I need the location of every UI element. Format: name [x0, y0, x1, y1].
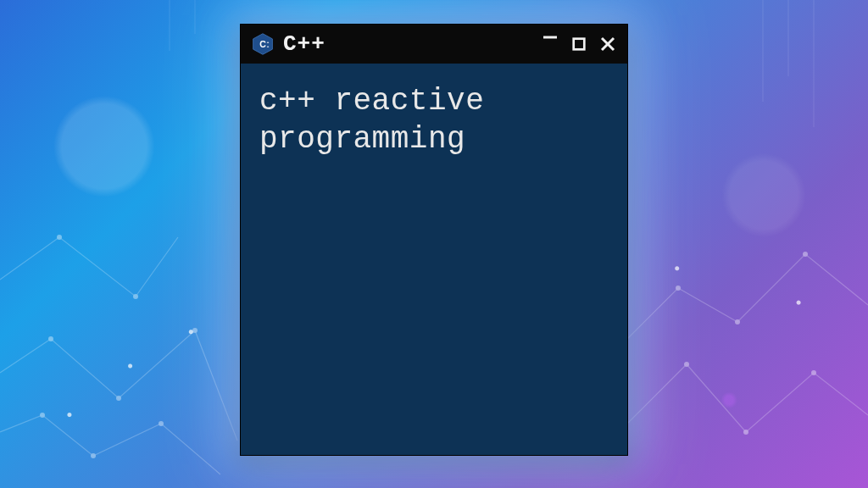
svg-point-7	[743, 430, 748, 435]
svg-point-1	[116, 396, 121, 401]
window-controls	[541, 35, 617, 53]
svg-point-12	[57, 235, 62, 240]
terminal-body[interactable]: c++ reactive programming	[241, 64, 627, 177]
terminal-content: c++ reactive programming	[259, 82, 609, 158]
svg-point-2	[192, 328, 198, 333]
svg-text:+: +	[267, 44, 270, 48]
svg-point-13	[133, 294, 138, 299]
minimize-button[interactable]	[541, 28, 559, 47]
close-button[interactable]	[598, 35, 617, 53]
window-title: C++	[283, 31, 326, 57]
minimize-icon	[542, 29, 559, 46]
svg-point-5	[159, 421, 164, 426]
svg-point-8	[811, 370, 816, 375]
maximize-button[interactable]	[570, 35, 588, 53]
svg-point-11	[803, 252, 808, 257]
svg-point-9	[676, 286, 681, 291]
svg-text:C: C	[259, 39, 266, 49]
svg-text:+: +	[267, 40, 270, 44]
svg-point-0	[48, 336, 53, 341]
terminal-window: C + + C++	[240, 24, 628, 456]
svg-point-4	[91, 453, 96, 458]
maximize-icon	[571, 36, 587, 52]
svg-point-3	[40, 413, 45, 418]
titlebar[interactable]: C + + C++	[241, 25, 627, 64]
svg-point-10	[735, 319, 740, 324]
svg-point-6	[684, 362, 689, 367]
svg-rect-24	[574, 39, 585, 50]
cpp-logo-icon: C + +	[251, 32, 275, 56]
close-icon	[599, 36, 616, 53]
